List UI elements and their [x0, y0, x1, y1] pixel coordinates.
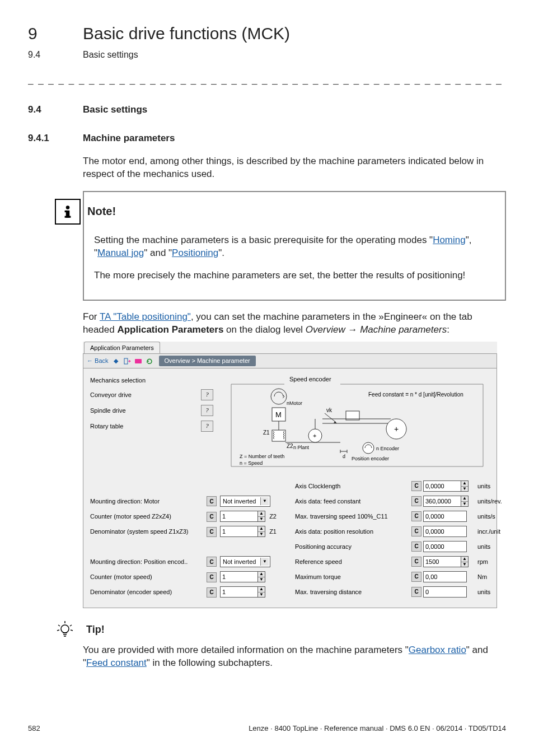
label-axis-clocklength: Axis Clocklength	[295, 482, 407, 491]
unit: units/s	[477, 512, 505, 521]
spinner[interactable]: ▲▼	[258, 571, 265, 582]
spinner[interactable]: ▲▼	[461, 496, 469, 507]
input-counter-motor2[interactable]	[222, 573, 256, 580]
note-line1: Setting the machine parameters is a basi…	[94, 234, 495, 260]
nav-up-icon[interactable]: ◆	[112, 357, 120, 365]
text-italic: Overview	[306, 324, 345, 335]
svg-point-17	[363, 442, 374, 454]
dropdown-value: Not inverted	[223, 558, 256, 566]
chapter-number: 9	[28, 22, 56, 45]
label-nmotor: nMotor	[287, 400, 302, 406]
c-badge[interactable]: C	[207, 496, 217, 506]
input-axis-clocklength[interactable]	[425, 483, 459, 489]
toolbar-icon[interactable]	[134, 357, 142, 365]
spinner[interactable]: ▲▼	[258, 526, 265, 537]
input-max-torque[interactable]	[425, 573, 465, 580]
back-label: Back	[95, 357, 108, 364]
input-pos-res[interactable]	[425, 528, 465, 535]
text: :	[447, 324, 449, 335]
link-manual-jog[interactable]: Manual jog	[97, 248, 144, 258]
svg-text:+: +	[313, 432, 316, 439]
input-pos-accuracy[interactable]	[425, 543, 465, 550]
dropdown-md-motor[interactable]: Not inverted ▼	[220, 496, 270, 507]
label-pos-accuracy: Positioning accuracy	[295, 543, 407, 551]
text: You are provided with more detailed info…	[83, 645, 409, 655]
spinner[interactable]: ▲▼	[258, 511, 265, 522]
text: on the dialog level	[223, 324, 306, 335]
c-badge[interactable]: C	[411, 572, 421, 582]
link-gearbox-ratio[interactable]: Gearbox ratio	[409, 645, 466, 655]
label-zteeth: Z = Number of teeth	[240, 454, 284, 459]
link-homing[interactable]: Homing	[433, 235, 466, 245]
input-axis-feed[interactable]	[425, 498, 459, 505]
text-bold: Application Parameters	[117, 324, 223, 335]
input-counter-motor[interactable]	[222, 513, 256, 520]
c-badge[interactable]: C	[411, 496, 421, 506]
label-counter-motor2: Counter (motor speed)	[90, 573, 202, 581]
note-title: Note!	[87, 204, 116, 219]
input-max-trav-dist[interactable]	[425, 589, 465, 595]
c-badge[interactable]: C	[411, 511, 421, 521]
tab-application-parameters[interactable]: Application Parameters	[84, 342, 160, 353]
unit: Nm	[477, 573, 505, 581]
label-max-torque: Maximum torque	[295, 573, 407, 581]
back-button[interactable]: ← Back	[87, 357, 109, 365]
tip-icon	[55, 619, 75, 640]
spinner[interactable]: ▲▼	[461, 556, 469, 567]
label-vk: vk	[326, 407, 332, 413]
label-Z1: Z1	[269, 528, 277, 535]
footer-reference: Lenze · 8400 TopLine · Reference manual …	[249, 724, 506, 734]
c-badge[interactable]: C	[207, 557, 217, 567]
dropdown-md-posenc[interactable]: Not inverted ▼	[220, 556, 270, 567]
spinner[interactable]: ▲▼	[258, 586, 265, 598]
svg-rect-3	[65, 216, 71, 217]
input-denom-system[interactable]	[222, 528, 256, 535]
unit: units	[477, 543, 505, 551]
link-feed-constant[interactable]: Feed constant	[86, 657, 147, 668]
c-badge[interactable]: C	[411, 481, 421, 491]
subchapter-number: 9.4	[28, 49, 56, 61]
svg-rect-5	[135, 359, 142, 363]
c-badge[interactable]: C	[207, 572, 217, 582]
input-ref-speed[interactable]	[425, 558, 459, 565]
label-conveyor: Conveyor drive	[90, 391, 132, 399]
label-max-trav-dist: Max. traversing distance	[295, 588, 407, 596]
input-denom-enc[interactable]	[222, 589, 256, 595]
label-denom-enc: Denominator (encoder speed)	[90, 588, 202, 596]
label-rotary: Rotary table	[90, 422, 123, 431]
toolbar: ← Back ◆ Overview > Machine parameter	[83, 353, 497, 368]
input-max-trav[interactable]	[425, 513, 465, 520]
help-conveyor-button[interactable]: ?	[201, 389, 213, 400]
label-counter-motor: Counter (motor speed Z2xZ4)	[90, 512, 202, 521]
subsection-title: Machine parameters	[83, 132, 175, 145]
refresh-icon[interactable]	[146, 357, 153, 365]
intro-paragraph: The motor end, among other things, is de…	[83, 155, 500, 181]
section-number: 9.4	[28, 104, 56, 116]
chapter-title: Basic drive functions (MCK)	[83, 22, 290, 45]
c-badge[interactable]: C	[207, 527, 217, 537]
svg-text:+: +	[394, 424, 399, 433]
toolbar-icon[interactable]	[123, 357, 131, 365]
engineer-screenshot: Application Parameters ← Back ◆ Overview…	[83, 342, 497, 608]
help-rotary-button[interactable]: ?	[201, 421, 213, 432]
unit: incr./unit	[477, 528, 505, 536]
c-badge[interactable]: C	[411, 542, 421, 552]
svg-rect-4	[124, 358, 128, 364]
c-badge[interactable]: C	[207, 587, 217, 598]
label-denom-system: Denominator (system speed Z1xZ3)	[90, 528, 202, 536]
svg-point-0	[66, 206, 70, 209]
c-badge[interactable]: C	[411, 526, 421, 536]
unit: rpm	[477, 558, 505, 566]
link-table-positioning[interactable]: TA "Table positioning"	[100, 311, 191, 322]
arrow-icon: →	[345, 324, 360, 335]
c-badge[interactable]: C	[411, 557, 421, 567]
c-badge[interactable]: C	[411, 587, 421, 597]
spinner[interactable]: ▲▼	[461, 480, 469, 492]
c-badge[interactable]: C	[207, 512, 217, 522]
subchapter-title: Basic settings	[83, 49, 138, 61]
link-positioning[interactable]: Positioning	[172, 248, 218, 258]
unit: units	[477, 588, 505, 596]
svg-point-18	[61, 625, 69, 633]
help-spindle-button[interactable]: ?	[201, 405, 213, 416]
label-ref-speed: Reference speed	[295, 558, 407, 566]
